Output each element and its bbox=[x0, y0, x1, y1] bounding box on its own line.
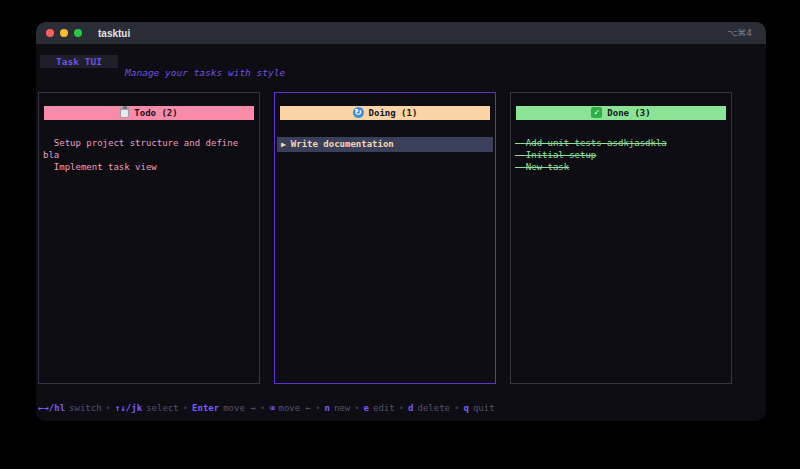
refresh-icon bbox=[353, 107, 364, 118]
task-text: Add unit tests asdkjasdkla bbox=[515, 138, 667, 148]
close-button[interactable] bbox=[46, 29, 54, 37]
column-todo-header: Todo (2) bbox=[44, 106, 254, 120]
task-text: New task bbox=[515, 162, 569, 172]
app-subtitle: Manage your tasks with style bbox=[125, 67, 285, 78]
column-todo-title: Todo (2) bbox=[134, 108, 177, 118]
terminal-content: Task TUI Manage your tasks with style To… bbox=[36, 44, 766, 421]
app-title-badge: Task TUI bbox=[40, 55, 118, 68]
selected-arrow-icon: ▶ bbox=[281, 140, 286, 149]
column-doing-title: Doing (1) bbox=[369, 108, 418, 118]
help-separator: • bbox=[183, 403, 188, 413]
help-separator: • bbox=[354, 403, 359, 413]
window-shortcut-hint: ⌥⌘4 bbox=[727, 28, 752, 38]
task-item[interactable]: Setup project structure and define bla bbox=[39, 137, 259, 161]
task-text: Initial setup bbox=[515, 150, 596, 160]
help-entry: eedit bbox=[364, 403, 395, 413]
task-item-selected[interactable]: ▶Write documentation bbox=[277, 137, 493, 152]
help-entry: ⌫move ← bbox=[269, 403, 311, 413]
task-item[interactable]: Initial setup bbox=[511, 149, 731, 161]
task-item[interactable]: Implement task view bbox=[39, 161, 259, 173]
done-task-list: Add unit tests asdkjasdkla Initial setup… bbox=[511, 137, 731, 173]
check-icon bbox=[591, 107, 602, 118]
minimize-button[interactable] bbox=[60, 29, 68, 37]
zoom-button[interactable] bbox=[74, 29, 82, 37]
window-title: tasktui bbox=[98, 28, 130, 39]
help-separator: • bbox=[315, 403, 320, 413]
task-item[interactable]: Add unit tests asdkjasdkla bbox=[511, 137, 731, 149]
column-doing: Doing (1) ▶Write documentation bbox=[274, 92, 496, 384]
help-separator: • bbox=[260, 403, 265, 413]
task-item[interactable]: New task bbox=[511, 161, 731, 173]
help-separator: • bbox=[454, 403, 459, 413]
todo-task-list: Setup project structure and define bla I… bbox=[39, 137, 259, 173]
doing-task-list: ▶Write documentation bbox=[275, 137, 495, 152]
help-entry: nnew bbox=[324, 403, 350, 413]
help-bar: ←→/hlswitch•↑↓/jkselect•Entermove →•⌫mov… bbox=[38, 403, 495, 413]
window-titlebar: tasktui ⌥⌘4 bbox=[36, 22, 766, 44]
column-todo: Todo (2) Setup project structure and def… bbox=[38, 92, 260, 384]
help-entry: ↑↓/jkselect bbox=[115, 403, 179, 413]
clipboard-icon bbox=[120, 107, 129, 118]
column-done-header: Done (3) bbox=[516, 106, 726, 120]
help-entry: Entermove → bbox=[192, 403, 256, 413]
kanban-board: Todo (2) Setup project structure and def… bbox=[38, 92, 732, 384]
help-entry: qquit bbox=[463, 403, 494, 413]
task-text: Write documentation bbox=[291, 139, 394, 149]
help-entry: ←→/hlswitch bbox=[38, 403, 102, 413]
help-entry: ddelete bbox=[408, 403, 450, 413]
column-done: Done (3) Add unit tests asdkjasdkla Init… bbox=[510, 92, 732, 384]
column-doing-header: Doing (1) bbox=[280, 106, 490, 120]
help-separator: • bbox=[399, 403, 404, 413]
help-separator: • bbox=[106, 403, 111, 413]
terminal-window: tasktui ⌥⌘4 Task TUI Manage your tasks w… bbox=[36, 22, 766, 421]
traffic-lights bbox=[46, 29, 82, 37]
column-done-title: Done (3) bbox=[607, 108, 650, 118]
